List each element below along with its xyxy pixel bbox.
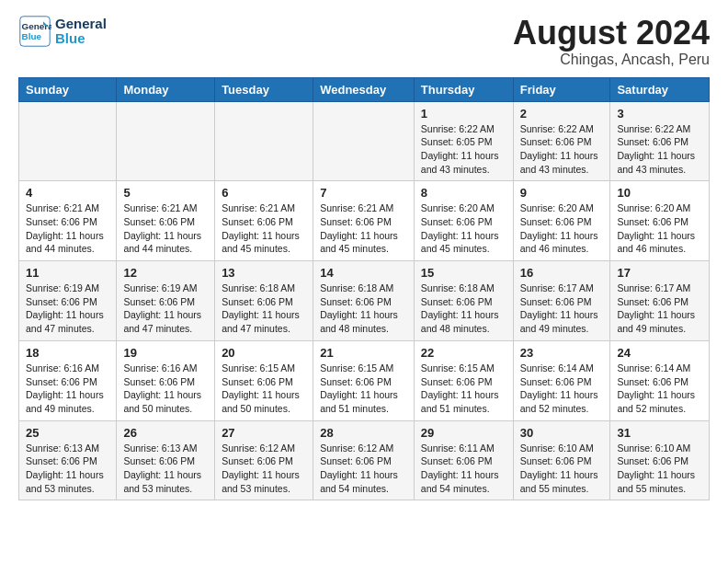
day-number: 5 bbox=[123, 186, 208, 200]
table-row bbox=[313, 101, 415, 181]
table-row: 3 Sunrise: 6:22 AMSunset: 6:06 PMDayligh… bbox=[610, 101, 710, 181]
page-subtitle: Chingas, Ancash, Peru bbox=[513, 52, 710, 68]
logo-line2: Blue bbox=[55, 31, 107, 47]
table-row: 10 Sunrise: 6:20 AMSunset: 6:06 PMDaylig… bbox=[610, 181, 710, 261]
table-row: 29 Sunrise: 6:11 AMSunset: 6:06 PMDaylig… bbox=[414, 420, 513, 500]
table-row: 27 Sunrise: 6:12 AMSunset: 6:06 PMDaylig… bbox=[215, 420, 313, 500]
day-number: 21 bbox=[320, 346, 407, 360]
day-info: Sunrise: 6:18 AMSunset: 6:06 PMDaylight:… bbox=[222, 282, 300, 334]
weekday-tuesday: Tuesday bbox=[215, 77, 313, 101]
table-row: 7 Sunrise: 6:21 AMSunset: 6:06 PMDayligh… bbox=[313, 181, 415, 261]
day-info: Sunrise: 6:17 AMSunset: 6:06 PMDaylight:… bbox=[617, 282, 695, 334]
day-info: Sunrise: 6:16 AMSunset: 6:06 PMDaylight:… bbox=[123, 362, 201, 414]
day-info: Sunrise: 6:15 AMSunset: 6:06 PMDaylight:… bbox=[421, 362, 499, 414]
day-number: 27 bbox=[222, 426, 306, 440]
day-info: Sunrise: 6:17 AMSunset: 6:06 PMDaylight:… bbox=[520, 282, 598, 334]
weekday-friday: Friday bbox=[513, 77, 610, 101]
weekday-sunday: Sunday bbox=[19, 77, 117, 101]
day-number: 31 bbox=[617, 426, 702, 440]
day-number: 12 bbox=[123, 266, 208, 280]
day-info: Sunrise: 6:11 AMSunset: 6:06 PMDaylight:… bbox=[421, 442, 499, 494]
table-row: 12 Sunrise: 6:19 AMSunset: 6:06 PMDaylig… bbox=[117, 261, 215, 341]
day-number: 18 bbox=[26, 346, 109, 360]
table-row: 30 Sunrise: 6:10 AMSunset: 6:06 PMDaylig… bbox=[513, 420, 610, 500]
day-number: 13 bbox=[222, 266, 306, 280]
day-info: Sunrise: 6:20 AMSunset: 6:06 PMDaylight:… bbox=[421, 202, 499, 254]
table-row bbox=[215, 101, 313, 181]
day-info: Sunrise: 6:21 AMSunset: 6:06 PMDaylight:… bbox=[222, 202, 300, 254]
weekday-thursday: Thursday bbox=[414, 77, 513, 101]
table-row: 28 Sunrise: 6:12 AMSunset: 6:06 PMDaylig… bbox=[313, 420, 415, 500]
table-row: 16 Sunrise: 6:17 AMSunset: 6:06 PMDaylig… bbox=[513, 261, 610, 341]
day-number: 14 bbox=[320, 266, 407, 280]
day-info: Sunrise: 6:14 AMSunset: 6:06 PMDaylight:… bbox=[520, 362, 598, 414]
day-info: Sunrise: 6:10 AMSunset: 6:06 PMDaylight:… bbox=[617, 442, 695, 494]
calendar-week-row: 11 Sunrise: 6:19 AMSunset: 6:06 PMDaylig… bbox=[19, 261, 710, 341]
day-info: Sunrise: 6:22 AMSunset: 6:05 PMDaylight:… bbox=[421, 123, 499, 175]
table-row: 26 Sunrise: 6:13 AMSunset: 6:06 PMDaylig… bbox=[117, 420, 215, 500]
table-row bbox=[117, 101, 215, 181]
table-row: 8 Sunrise: 6:20 AMSunset: 6:06 PMDayligh… bbox=[414, 181, 513, 261]
day-number: 15 bbox=[421, 266, 506, 280]
table-row: 6 Sunrise: 6:21 AMSunset: 6:06 PMDayligh… bbox=[215, 181, 313, 261]
day-info: Sunrise: 6:21 AMSunset: 6:06 PMDaylight:… bbox=[123, 202, 201, 254]
table-row: 5 Sunrise: 6:21 AMSunset: 6:06 PMDayligh… bbox=[117, 181, 215, 261]
table-row: 1 Sunrise: 6:22 AMSunset: 6:05 PMDayligh… bbox=[414, 101, 513, 181]
day-number: 4 bbox=[26, 186, 109, 200]
day-number: 17 bbox=[617, 266, 702, 280]
table-row: 15 Sunrise: 6:18 AMSunset: 6:06 PMDaylig… bbox=[414, 261, 513, 341]
logo: General Blue General Blue bbox=[18, 15, 107, 48]
day-info: Sunrise: 6:14 AMSunset: 6:06 PMDaylight:… bbox=[617, 362, 695, 414]
calendar: Sunday Monday Tuesday Wednesday Thursday… bbox=[18, 77, 710, 501]
day-info: Sunrise: 6:21 AMSunset: 6:06 PMDaylight:… bbox=[26, 202, 104, 254]
table-row: 4 Sunrise: 6:21 AMSunset: 6:06 PMDayligh… bbox=[19, 181, 117, 261]
table-row: 19 Sunrise: 6:16 AMSunset: 6:06 PMDaylig… bbox=[117, 340, 215, 420]
day-number: 8 bbox=[421, 186, 506, 200]
table-row: 22 Sunrise: 6:15 AMSunset: 6:06 PMDaylig… bbox=[414, 340, 513, 420]
table-row: 23 Sunrise: 6:14 AMSunset: 6:06 PMDaylig… bbox=[513, 340, 610, 420]
day-number: 1 bbox=[421, 107, 506, 121]
day-number: 16 bbox=[520, 266, 604, 280]
day-info: Sunrise: 6:12 AMSunset: 6:06 PMDaylight:… bbox=[222, 442, 300, 494]
day-info: Sunrise: 6:12 AMSunset: 6:06 PMDaylight:… bbox=[320, 442, 398, 494]
day-info: Sunrise: 6:15 AMSunset: 6:06 PMDaylight:… bbox=[222, 362, 300, 414]
day-info: Sunrise: 6:13 AMSunset: 6:06 PMDaylight:… bbox=[123, 442, 201, 494]
table-row: 13 Sunrise: 6:18 AMSunset: 6:06 PMDaylig… bbox=[215, 261, 313, 341]
day-info: Sunrise: 6:10 AMSunset: 6:06 PMDaylight:… bbox=[520, 442, 598, 494]
day-info: Sunrise: 6:13 AMSunset: 6:06 PMDaylight:… bbox=[26, 442, 104, 494]
svg-text:Blue: Blue bbox=[22, 31, 42, 41]
table-row: 20 Sunrise: 6:15 AMSunset: 6:06 PMDaylig… bbox=[215, 340, 313, 420]
table-row: 25 Sunrise: 6:13 AMSunset: 6:06 PMDaylig… bbox=[19, 420, 117, 500]
table-row: 11 Sunrise: 6:19 AMSunset: 6:06 PMDaylig… bbox=[19, 261, 117, 341]
table-row: 2 Sunrise: 6:22 AMSunset: 6:06 PMDayligh… bbox=[513, 101, 610, 181]
table-row: 14 Sunrise: 6:18 AMSunset: 6:06 PMDaylig… bbox=[313, 261, 415, 341]
day-number: 29 bbox=[421, 426, 506, 440]
table-row: 31 Sunrise: 6:10 AMSunset: 6:06 PMDaylig… bbox=[610, 420, 710, 500]
day-info: Sunrise: 6:20 AMSunset: 6:06 PMDaylight:… bbox=[617, 202, 695, 254]
day-info: Sunrise: 6:22 AMSunset: 6:06 PMDaylight:… bbox=[617, 123, 695, 175]
day-number: 30 bbox=[520, 426, 604, 440]
day-info: Sunrise: 6:20 AMSunset: 6:06 PMDaylight:… bbox=[520, 202, 598, 254]
table-row: 21 Sunrise: 6:15 AMSunset: 6:06 PMDaylig… bbox=[313, 340, 415, 420]
day-info: Sunrise: 6:19 AMSunset: 6:06 PMDaylight:… bbox=[123, 282, 201, 334]
day-number: 22 bbox=[421, 346, 506, 360]
day-number: 20 bbox=[222, 346, 306, 360]
day-number: 11 bbox=[26, 266, 109, 280]
day-number: 25 bbox=[26, 426, 109, 440]
day-info: Sunrise: 6:21 AMSunset: 6:06 PMDaylight:… bbox=[320, 202, 398, 254]
calendar-week-row: 18 Sunrise: 6:16 AMSunset: 6:06 PMDaylig… bbox=[19, 340, 710, 420]
table-row: 17 Sunrise: 6:17 AMSunset: 6:06 PMDaylig… bbox=[610, 261, 710, 341]
day-number: 3 bbox=[617, 107, 702, 121]
day-number: 26 bbox=[123, 426, 208, 440]
title-block: August 2024 Chingas, Ancash, Peru bbox=[513, 15, 710, 68]
logo-line1: General bbox=[55, 17, 107, 32]
day-info: Sunrise: 6:18 AMSunset: 6:06 PMDaylight:… bbox=[320, 282, 398, 334]
table-row: 24 Sunrise: 6:14 AMSunset: 6:06 PMDaylig… bbox=[610, 340, 710, 420]
logo-icon: General Blue bbox=[18, 15, 51, 48]
header: General Blue General Blue August 2024 Ch… bbox=[18, 15, 710, 68]
table-row: 9 Sunrise: 6:20 AMSunset: 6:06 PMDayligh… bbox=[513, 181, 610, 261]
page: General Blue General Blue August 2024 Ch… bbox=[0, 0, 728, 563]
day-number: 19 bbox=[123, 346, 208, 360]
day-info: Sunrise: 6:15 AMSunset: 6:06 PMDaylight:… bbox=[320, 362, 398, 414]
table-row: 18 Sunrise: 6:16 AMSunset: 6:06 PMDaylig… bbox=[19, 340, 117, 420]
